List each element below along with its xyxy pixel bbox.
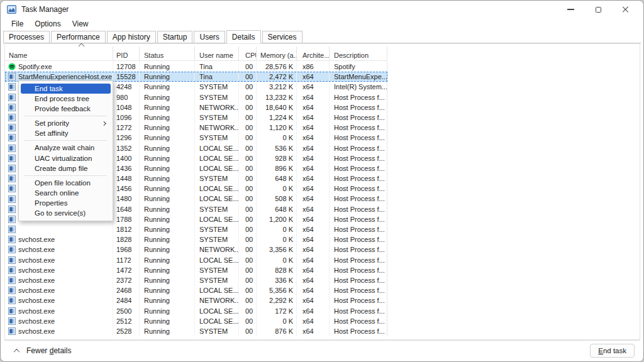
cell-status: Running [140,153,195,163]
task-manager-icon [7,5,16,14]
table-row[interactable]: svchost.exe1828RunningSYSTEM000 Kx64Host… [5,234,387,244]
cell-cpu: 00 [239,82,257,92]
menu-item-provide-feedback[interactable]: Provide feedback [21,104,111,114]
menu-item-search-online[interactable]: Search online [21,188,111,198]
menu-item-analyze-wait-chain[interactable]: Analyze wait chain [21,143,111,153]
menu-options[interactable]: Options [29,19,66,29]
cell-arch: x64 [297,82,330,92]
table-row[interactable]: svchost.exe2512RunningLOCAL SE...000 Kx6… [5,316,387,326]
cell-desc: Host Process f... [330,285,387,295]
cell-arch: x64 [297,173,330,184]
cell-desc: Host Process f... [330,275,387,285]
column-header-memory[interactable]: Memory (a... [257,47,297,60]
end-task-button[interactable]: End task [590,344,635,358]
tab-performance[interactable]: Performance [51,31,106,43]
table-row[interactable]: svchost.exe1172RunningLOCAL SE...000 Kx6… [5,255,387,265]
process-name: svchost.exe [18,255,55,265]
table-row[interactable]: svchost.exe2468RunningLOCAL SE...005,356… [5,285,387,295]
tab-processes[interactable]: Processes [3,31,50,43]
tab-services[interactable]: Services [262,31,303,43]
cell-status: Running [140,133,195,143]
cell-cpu: 00 [239,306,257,316]
table-row[interactable]: svchost.exe2528RunningSYSTEM00876 Kx64Ho… [5,326,387,336]
cell-desc: Host Process f... [330,265,387,275]
column-header-arch[interactable]: Archite... [297,47,330,60]
cell-desc: Host Process f... [330,306,387,316]
column-header-name[interactable]: Name [5,47,113,60]
app-icon [8,175,16,182]
process-name: svchost.exe [18,326,55,336]
fewer-details-toggle[interactable]: Fewer details [14,346,71,355]
cell-status: Running [140,194,195,204]
app-icon [8,165,16,172]
menu-item-set-affinity[interactable]: Set affinity [21,128,111,138]
table-row[interactable]: svchost.exe2372RunningSYSTEM00336 Kx64Ho… [5,275,387,285]
cell-name: Spotify.exe [5,62,113,72]
column-header-status[interactable]: Status [140,47,195,60]
menu-separator [25,175,107,176]
cell-cpu: 00 [239,224,257,234]
cell-cpu: 00 [239,173,257,184]
cell-desc: Host Process f... [330,184,387,194]
maximize-button[interactable] [584,1,612,18]
cell-user: SYSTEM [195,82,239,92]
menu-item-properties[interactable]: Properties [21,198,111,208]
app-icon [8,287,16,294]
cell-status: Running [140,265,195,275]
table-row[interactable]: 1812RunningSYSTEM000 Kx64Host Process f.… [5,224,387,234]
cell-status: Running [140,173,195,184]
process-name: svchost.exe [18,275,55,285]
menu-item-end-process-tree[interactable]: End process tree [21,94,111,104]
cell-cpu: 00 [239,102,257,112]
cell-arch: x64 [297,265,330,275]
tab-app-history[interactable]: App history [107,31,156,43]
table-row[interactable]: svchost.exe1968RunningNETWORK...003,356 … [5,244,387,255]
cell-memory: 172 K [257,306,297,316]
table-row[interactable]: svchost.exe2500RunningLOCAL SE...00172 K… [5,306,387,316]
column-header-user[interactable]: User name [195,47,239,60]
cell-user: LOCAL SE... [195,184,239,194]
column-header-pid[interactable]: PID [113,47,140,60]
menu-item-set-priority[interactable]: Set priority [21,118,111,128]
tab-details[interactable]: Details [226,30,261,43]
table-row[interactable]: svchost.exe1472RunningSYSTEM00828 Kx64Ho… [5,265,387,275]
cell-pid: 4248 [113,82,140,92]
menu-item-create-dump-file[interactable]: Create dump file [21,163,111,173]
table-row[interactable]: svchost.exe2484RunningNETWORK...002,292 … [5,295,387,305]
app-icon [8,317,16,325]
process-name: svchost.exe [18,285,55,295]
minimize-button[interactable] [557,1,584,18]
cell-user: NETWORK... [195,295,239,305]
tab-users[interactable]: Users [194,31,225,43]
cell-arch: x64 [297,123,330,133]
menu-view[interactable]: View [67,19,94,29]
menu-item-go-to-service-s-[interactable]: Go to service(s) [21,208,111,218]
cell-user: NETWORK... [195,123,239,133]
app-icon [8,134,16,141]
menu-item-uac-virtualization[interactable]: UAC virtualization [21,153,111,163]
table-row[interactable]: Spotify.exe12708RunningTina0028,576 Kx86… [5,62,387,72]
cell-arch: x64 [297,295,330,305]
column-header-desc[interactable]: Description [330,47,387,60]
cell-arch: x64 [297,112,330,123]
cell-pid: 1172 [113,255,140,265]
tab-startup[interactable]: Startup [157,31,193,43]
cell-cpu: 00 [239,295,257,305]
close-button[interactable] [612,1,640,18]
app-icon [8,266,16,274]
column-header-cpu[interactable]: CPU [239,47,257,60]
menu-file[interactable]: File [6,19,29,29]
cell-user: SYSTEM [195,173,239,184]
cell-user: SYSTEM [195,326,239,336]
cell-arch: x64 [297,326,330,336]
app-icon [8,307,16,315]
menu-item-end-task[interactable]: End task [21,84,111,94]
cell-name: svchost.exe [5,306,113,316]
cell-arch: x64 [297,133,330,143]
menu-item-open-file-location[interactable]: Open file location [21,178,111,188]
cell-desc: Host Process f... [330,244,387,255]
cell-arch: x64 [297,92,330,102]
app-icon [8,246,16,253]
app-icon [8,216,16,223]
cell-pid: 1828 [113,234,140,244]
